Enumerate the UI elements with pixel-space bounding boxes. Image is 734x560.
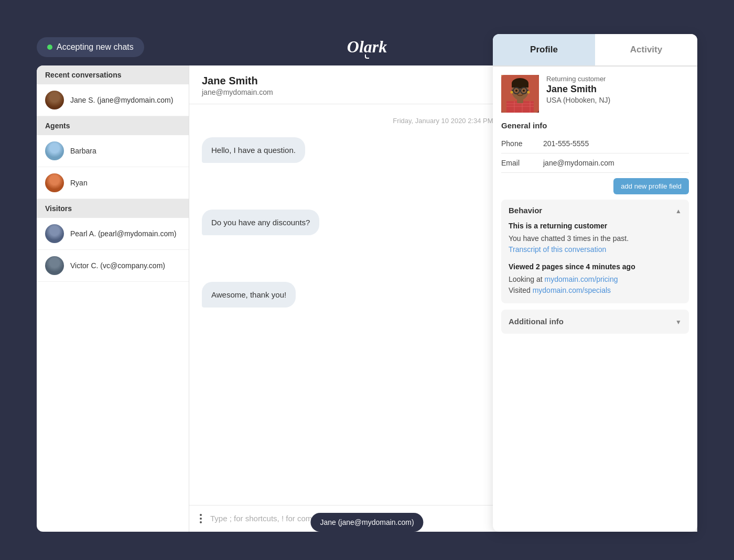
svg-point-19	[511, 91, 513, 93]
general-info-title: General info	[501, 121, 689, 130]
sidebar-item-barbara-label: Barbara	[70, 147, 96, 155]
main-content: Recent conversations Jane S. (jane@mydom…	[37, 65, 697, 532]
add-profile-field-button[interactable]: add new profile field	[613, 178, 689, 194]
behavior-title: Behavior	[509, 206, 542, 215]
tab-profile[interactable]: Profile	[493, 34, 595, 65]
sidebar-item-jane[interactable]: Jane S. (jane@mydomain.com)	[37, 84, 189, 116]
profile-content: Returning customer Jane Smith USA (Hobok…	[493, 67, 697, 532]
sidebar-item-victor[interactable]: Victor C. (vc@company.com)	[37, 250, 189, 282]
avatar-victor	[45, 256, 64, 275]
profile-avatar	[501, 75, 539, 113]
sidebar-item-pearl[interactable]: Pearl A. (pearl@mydomain.com)	[37, 218, 189, 250]
returning-customer-title: This is a returning customer	[509, 222, 682, 230]
chat-history-text: You have chatted 3 times in the past. Tr…	[509, 233, 682, 255]
profile-avatar-svg	[501, 75, 539, 113]
svg-rect-11	[512, 83, 528, 87]
email-label: Email	[501, 159, 543, 167]
svg-point-20	[527, 91, 530, 93]
sidebar-item-pearl-label: Pearl A. (pearl@mydomain.com)	[70, 229, 177, 238]
app-logo: Olark	[347, 37, 387, 57]
sidebar-section-visitors: Visitors	[37, 199, 189, 218]
phone-row: Phone 201-555-5555	[501, 134, 689, 153]
visited-prefix: Visited	[509, 286, 533, 294]
behavior-section: Behavior This is a returning customer Yo…	[501, 200, 689, 303]
svg-line-15	[512, 90, 513, 91]
panel-tabs: Profile Activity	[493, 34, 697, 67]
looking-at-text: Looking at mydomain.com/pricing	[509, 274, 682, 285]
looking-at-prefix: Looking at	[509, 275, 545, 283]
phone-value: 201-555-5555	[543, 139, 689, 148]
right-panel: Profile Activity	[493, 34, 697, 532]
tab-activity[interactable]: Activity	[595, 34, 697, 65]
chat-history-count: You have chatted 3 times in the past.	[509, 234, 629, 243]
svg-point-17	[515, 90, 517, 92]
visited-text: Visited mydomain.com/specials	[509, 285, 682, 296]
looking-at-link[interactable]: mydomain.com/pricing	[545, 275, 618, 283]
sidebar-item-ryan-label: Ryan	[70, 179, 88, 187]
sidebar-section-agents: Agents	[37, 116, 189, 135]
bottom-tooltip: Jane (jane@mydomain.com)	[310, 513, 423, 532]
visited-link[interactable]: mydomain.com/specials	[533, 286, 611, 294]
message-bubble-5: Awesome, thank you!	[202, 282, 296, 308]
avatar-pearl	[45, 224, 64, 243]
sidebar-item-barbara[interactable]: Barbara	[37, 135, 189, 167]
email-value: jane@mydomain.com	[543, 159, 689, 167]
avatar-ryan	[45, 173, 64, 192]
profile-user-name: Jane Smith	[546, 84, 689, 95]
accepting-chats-button[interactable]: Accepting new chats	[37, 37, 144, 57]
additional-info-title: Additional info	[509, 317, 564, 326]
email-row: Email jane@mydomain.com	[501, 153, 689, 173]
message-bubble-1: Hello, I have a question.	[202, 137, 305, 163]
additional-info-section: Additional info	[501, 310, 689, 334]
more-options-button[interactable]	[198, 512, 204, 525]
svg-line-16	[527, 90, 528, 91]
phone-label: Phone	[501, 139, 543, 148]
sidebar-item-victor-label: Victor C. (vc@company.com)	[70, 261, 165, 270]
additional-info-chevron-icon	[675, 317, 682, 326]
status-dot	[47, 45, 52, 50]
avatar-jane	[45, 91, 64, 109]
svg-point-18	[523, 90, 525, 92]
viewed-title: Viewed 2 pages since 4 minutes ago	[509, 262, 682, 271]
profile-user-section: Returning customer Jane Smith USA (Hobok…	[501, 75, 689, 113]
additional-info-header[interactable]: Additional info	[501, 310, 689, 334]
transcript-link[interactable]: Transcript of this conversation	[509, 245, 606, 254]
accepting-chats-label: Accepting new chats	[57, 42, 134, 52]
behavior-header[interactable]: Behavior	[501, 200, 689, 222]
behavior-body: This is a returning customer You have ch…	[501, 222, 689, 303]
sidebar-section-recent: Recent conversations	[37, 65, 189, 84]
profile-user-location: USA (Hoboken, NJ)	[546, 96, 689, 104]
profile-user-info: Returning customer Jane Smith USA (Hobok…	[546, 75, 689, 104]
avatar-barbara	[45, 141, 64, 160]
sidebar-item-jane-label: Jane S. (jane@mydomain.com)	[70, 96, 173, 104]
returning-customer-label: Returning customer	[546, 75, 689, 83]
sidebar: Recent conversations Jane S. (jane@mydom…	[37, 65, 189, 532]
sidebar-item-ryan[interactable]: Ryan	[37, 167, 189, 199]
message-bubble-3: Do you have any discounts?	[202, 210, 319, 235]
viewed-pages: Viewed 2 pages since 4 minutes ago Looki…	[509, 262, 682, 296]
behavior-chevron-icon	[675, 206, 682, 215]
